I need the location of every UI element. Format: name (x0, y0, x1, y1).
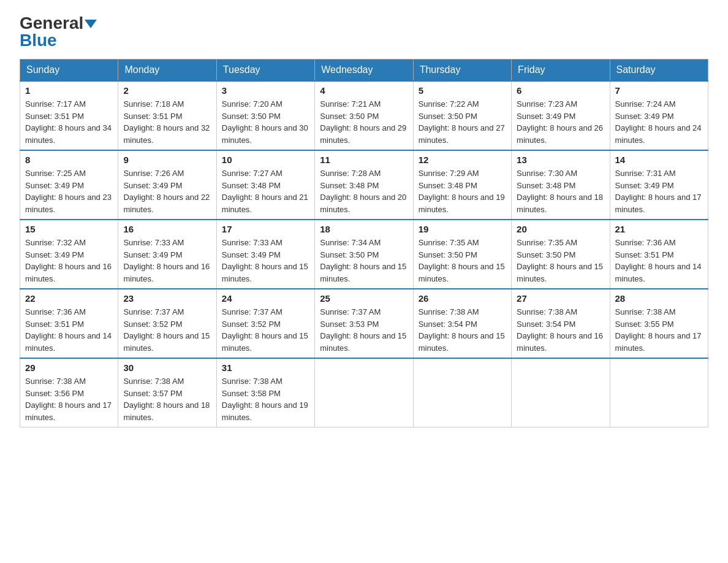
day-number: 23 (123, 293, 211, 304)
day-cell: 30Sunrise: 7:38 AMSunset: 3:57 PMDayligh… (118, 358, 216, 427)
day-number: 22 (25, 293, 113, 304)
day-cell: 12Sunrise: 7:29 AMSunset: 3:48 PMDayligh… (413, 150, 511, 220)
day-cell: 23Sunrise: 7:37 AMSunset: 3:52 PMDayligh… (118, 289, 216, 358)
day-cell: 25Sunrise: 7:37 AMSunset: 3:53 PMDayligh… (315, 289, 413, 358)
day-info: Sunrise: 7:32 AMSunset: 3:49 PMDaylight:… (25, 238, 112, 283)
day-info: Sunrise: 7:33 AMSunset: 3:49 PMDaylight:… (123, 238, 210, 283)
day-cell: 9Sunrise: 7:26 AMSunset: 3:49 PMDaylight… (118, 150, 216, 220)
day-cell: 13Sunrise: 7:30 AMSunset: 3:48 PMDayligh… (512, 150, 610, 220)
day-number: 26 (419, 293, 506, 304)
day-cell: 5Sunrise: 7:22 AMSunset: 3:50 PMDaylight… (413, 81, 511, 150)
day-cell: 15Sunrise: 7:32 AMSunset: 3:49 PMDayligh… (20, 220, 118, 289)
day-cell: 18Sunrise: 7:34 AMSunset: 3:50 PMDayligh… (315, 220, 413, 289)
day-number: 15 (25, 224, 113, 234)
day-number: 1 (25, 85, 113, 96)
weekday-header-saturday: Saturday (610, 59, 708, 82)
day-number: 14 (615, 155, 703, 165)
logo: General Blue (20, 15, 97, 49)
day-cell: 3Sunrise: 7:20 AMSunset: 3:50 PMDaylight… (216, 81, 314, 150)
day-info: Sunrise: 7:29 AMSunset: 3:48 PMDaylight:… (419, 169, 505, 214)
day-number: 11 (320, 155, 408, 165)
day-cell: 2Sunrise: 7:18 AMSunset: 3:51 PMDaylight… (118, 81, 216, 150)
day-number: 10 (222, 155, 309, 165)
day-number: 16 (123, 224, 211, 234)
day-number: 3 (222, 85, 309, 96)
day-number: 31 (222, 362, 309, 373)
day-info: Sunrise: 7:27 AMSunset: 3:48 PMDaylight:… (222, 169, 308, 214)
day-cell: 21Sunrise: 7:36 AMSunset: 3:51 PMDayligh… (610, 220, 708, 289)
day-number: 9 (123, 155, 211, 165)
day-cell: 4Sunrise: 7:21 AMSunset: 3:50 PMDaylight… (315, 81, 413, 150)
day-info: Sunrise: 7:38 AMSunset: 3:57 PMDaylight:… (123, 377, 210, 422)
day-info: Sunrise: 7:37 AMSunset: 3:53 PMDaylight:… (320, 307, 406, 353)
week-row-2: 8Sunrise: 7:25 AMSunset: 3:49 PMDaylight… (20, 150, 708, 220)
weekday-header-friday: Friday (512, 59, 610, 82)
weekday-header-row: SundayMondayTuesdayWednesdayThursdayFrid… (20, 59, 708, 82)
day-cell: 28Sunrise: 7:38 AMSunset: 3:55 PMDayligh… (610, 289, 708, 358)
day-cell: 24Sunrise: 7:37 AMSunset: 3:52 PMDayligh… (216, 289, 314, 358)
day-info: Sunrise: 7:38 AMSunset: 3:58 PMDaylight:… (222, 377, 308, 422)
week-row-3: 15Sunrise: 7:32 AMSunset: 3:49 PMDayligh… (20, 220, 708, 289)
day-number: 29 (25, 362, 113, 373)
weekday-header-thursday: Thursday (413, 59, 511, 82)
day-info: Sunrise: 7:22 AMSunset: 3:50 PMDaylight:… (419, 99, 505, 145)
weekday-header-sunday: Sunday (20, 59, 118, 82)
day-number: 13 (517, 155, 604, 165)
day-number: 18 (320, 224, 408, 234)
day-cell (610, 358, 708, 427)
day-number: 21 (615, 224, 703, 234)
day-number: 4 (320, 85, 408, 96)
day-info: Sunrise: 7:33 AMSunset: 3:49 PMDaylight:… (222, 238, 308, 283)
day-info: Sunrise: 7:37 AMSunset: 3:52 PMDaylight:… (123, 307, 210, 353)
day-info: Sunrise: 7:38 AMSunset: 3:54 PMDaylight:… (419, 307, 505, 353)
day-info: Sunrise: 7:17 AMSunset: 3:51 PMDaylight:… (25, 99, 112, 145)
day-cell: 26Sunrise: 7:38 AMSunset: 3:54 PMDayligh… (413, 289, 511, 358)
logo-general-line: General (20, 15, 97, 32)
logo-blue-line: Blue (20, 32, 57, 49)
day-info: Sunrise: 7:30 AMSunset: 3:48 PMDaylight:… (517, 169, 603, 214)
day-cell: 16Sunrise: 7:33 AMSunset: 3:49 PMDayligh… (118, 220, 216, 289)
day-number: 28 (615, 293, 703, 304)
day-cell (512, 358, 610, 427)
day-cell: 11Sunrise: 7:28 AMSunset: 3:48 PMDayligh… (315, 150, 413, 220)
day-cell (315, 358, 413, 427)
weekday-header-wednesday: Wednesday (315, 59, 413, 82)
week-row-4: 22Sunrise: 7:36 AMSunset: 3:51 PMDayligh… (20, 289, 708, 358)
day-info: Sunrise: 7:31 AMSunset: 3:49 PMDaylight:… (615, 169, 702, 214)
day-info: Sunrise: 7:20 AMSunset: 3:50 PMDaylight:… (222, 99, 308, 145)
day-info: Sunrise: 7:28 AMSunset: 3:48 PMDaylight:… (320, 169, 406, 214)
day-cell: 17Sunrise: 7:33 AMSunset: 3:49 PMDayligh… (216, 220, 314, 289)
day-info: Sunrise: 7:23 AMSunset: 3:49 PMDaylight:… (517, 99, 603, 145)
day-cell: 31Sunrise: 7:38 AMSunset: 3:58 PMDayligh… (216, 358, 314, 427)
calendar-table: SundayMondayTuesdayWednesdayThursdayFrid… (20, 59, 708, 427)
day-cell: 20Sunrise: 7:35 AMSunset: 3:50 PMDayligh… (512, 220, 610, 289)
day-cell: 19Sunrise: 7:35 AMSunset: 3:50 PMDayligh… (413, 220, 511, 289)
day-cell: 8Sunrise: 7:25 AMSunset: 3:49 PMDaylight… (20, 150, 118, 220)
day-info: Sunrise: 7:37 AMSunset: 3:52 PMDaylight:… (222, 307, 308, 353)
page-header: General Blue (20, 15, 708, 49)
day-cell: 7Sunrise: 7:24 AMSunset: 3:49 PMDaylight… (610, 81, 708, 150)
day-info: Sunrise: 7:24 AMSunset: 3:49 PMDaylight:… (615, 99, 702, 145)
day-number: 7 (615, 85, 703, 96)
day-info: Sunrise: 7:18 AMSunset: 3:51 PMDaylight:… (123, 99, 210, 145)
day-info: Sunrise: 7:21 AMSunset: 3:50 PMDaylight:… (320, 99, 406, 145)
day-info: Sunrise: 7:38 AMSunset: 3:55 PMDaylight:… (615, 307, 702, 353)
week-row-5: 29Sunrise: 7:38 AMSunset: 3:56 PMDayligh… (20, 358, 708, 427)
day-info: Sunrise: 7:36 AMSunset: 3:51 PMDaylight:… (25, 307, 112, 353)
day-info: Sunrise: 7:35 AMSunset: 3:50 PMDaylight:… (419, 238, 505, 283)
day-number: 12 (419, 155, 506, 165)
day-number: 30 (123, 362, 211, 373)
day-cell: 27Sunrise: 7:38 AMSunset: 3:54 PMDayligh… (512, 289, 610, 358)
logo-blue-text: Blue (20, 31, 57, 50)
day-number: 19 (419, 224, 506, 234)
weekday-header-monday: Monday (118, 59, 216, 82)
logo-general-text: General (20, 13, 83, 33)
day-cell (413, 358, 511, 427)
day-info: Sunrise: 7:36 AMSunset: 3:51 PMDaylight:… (615, 238, 702, 283)
day-info: Sunrise: 7:26 AMSunset: 3:49 PMDaylight:… (123, 169, 210, 214)
day-info: Sunrise: 7:25 AMSunset: 3:49 PMDaylight:… (25, 169, 112, 214)
day-number: 25 (320, 293, 408, 304)
day-number: 27 (517, 293, 604, 304)
day-number: 2 (123, 85, 211, 96)
day-cell: 22Sunrise: 7:36 AMSunset: 3:51 PMDayligh… (20, 289, 118, 358)
